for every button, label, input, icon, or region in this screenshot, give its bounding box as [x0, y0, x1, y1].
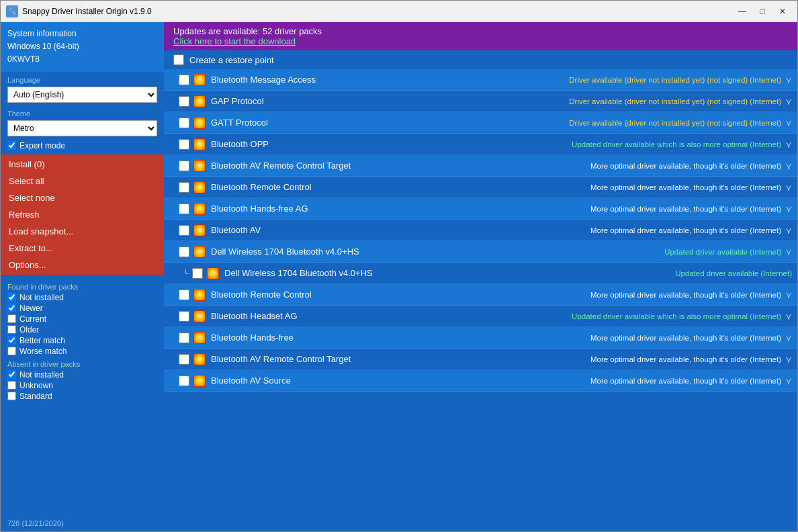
filter-newer-checkbox[interactable] [7, 304, 16, 312]
driver-row-checkbox[interactable] [179, 75, 189, 85]
filter-current-label: Current [19, 314, 46, 324]
driver-row-checkbox[interactable] [179, 96, 189, 107]
filter-not-installed[interactable]: Not installed [7, 293, 157, 302]
filter-not-installed-label: Not installed [19, 293, 64, 302]
table-row: ⚙GAP ProtocolDriver available (driver no… [164, 91, 797, 112]
driver-name: Bluetooth AV [211, 225, 590, 235]
driver-row-checkbox[interactable] [179, 290, 189, 300]
theme-dropdown[interactable]: Metro [7, 120, 157, 136]
driver-row-checkbox[interactable] [179, 247, 189, 257]
driver-name: Bluetooth Remote Control [211, 290, 590, 300]
driver-row-checkbox[interactable] [179, 139, 189, 150]
driver-row-checkbox[interactable] [179, 375, 189, 386]
filter-older[interactable]: Older [7, 325, 157, 335]
driver-icon: ⚙ [207, 267, 219, 279]
driver-status: Driver available (driver not installed y… [569, 119, 781, 127]
sidebar-footer: 728 (12/21/2020) [1, 515, 164, 531]
driver-status: Updated driver available which is also m… [572, 140, 781, 148]
actions-section: Install (0) Select all Select none Refre… [1, 154, 164, 275]
select-none-button[interactable]: Select none [1, 189, 164, 206]
expand-icon[interactable]: ⋎ [785, 204, 792, 214]
driver-name: Bluetooth Hands-free AG [211, 204, 590, 214]
theme-label: Theme [1, 105, 164, 119]
driver-status: More optimal driver available, though it… [590, 334, 781, 342]
table-row: ⚙Bluetooth Hands-freeMore optimal driver… [164, 327, 797, 349]
expand-icon[interactable]: ⋎ [785, 247, 792, 257]
sys-info-line3: 0KWVT8 [7, 53, 157, 66]
update-link[interactable]: Click here to start the download [173, 36, 788, 46]
filter-not-installed-checkbox[interactable] [7, 293, 16, 302]
filter-abs-not-installed-checkbox[interactable] [7, 370, 16, 379]
driver-row-checkbox[interactable] [179, 225, 189, 236]
driver-icon: ⚙ [193, 310, 206, 322]
filter-abs-standard[interactable]: Standard [7, 392, 157, 401]
language-dropdown[interactable]: Auto (English) [7, 87, 157, 103]
driver-status: More optimal driver available, though it… [590, 183, 781, 191]
driver-status: Updated driver available (Internet) [675, 269, 792, 277]
filter-worse-match[interactable]: Worse match [7, 347, 157, 356]
filter-older-checkbox[interactable] [7, 325, 16, 334]
table-row: ⚙Bluetooth Hands-free AGMore optimal dri… [164, 198, 797, 220]
restore-checkbox[interactable] [173, 54, 184, 65]
extract-to-button[interactable]: Extract to... [1, 240, 164, 257]
expand-icon[interactable]: ⋎ [785, 375, 792, 386]
expand-icon[interactable]: ⋎ [785, 225, 792, 236]
driver-icon: ⚙ [193, 289, 206, 301]
filter-abs-standard-checkbox[interactable] [7, 392, 16, 400]
driver-name: Bluetooth Message Access [211, 75, 569, 85]
driver-name: GAP Protocol [211, 96, 569, 106]
filter-worse-match-checkbox[interactable] [7, 347, 16, 355]
filter-abs-unknown[interactable]: Unknown [7, 381, 157, 390]
expand-icon[interactable]: ⋎ [785, 332, 792, 343]
refresh-button[interactable]: Refresh [1, 206, 164, 223]
load-snapshot-button[interactable]: Load snapshot... [1, 223, 164, 240]
expand-icon[interactable]: ⋎ [785, 354, 792, 365]
expand-icon[interactable]: ⋎ [785, 161, 792, 171]
driver-icon: ⚙ [193, 375, 206, 387]
expand-icon[interactable]: ⋎ [785, 118, 792, 128]
install-button[interactable]: Install (0) [1, 156, 164, 173]
expand-icon[interactable]: ⋎ [785, 96, 792, 107]
driver-row-checkbox[interactable] [192, 268, 203, 279]
filter-newer[interactable]: Newer [7, 304, 157, 313]
driver-name: Bluetooth Remote Control [211, 182, 590, 192]
driver-name: Bluetooth AV Remote Control Target [211, 354, 590, 364]
driver-list[interactable]: ⚙Bluetooth Message AccessDriver availabl… [164, 69, 797, 531]
expand-icon[interactable]: ⋎ [785, 182, 792, 193]
table-row: ⚙Bluetooth AVMore optimal driver availab… [164, 220, 797, 241]
driver-row-checkbox[interactable] [179, 204, 189, 214]
filter-current[interactable]: Current [7, 314, 157, 324]
filter-current-checkbox[interactable] [7, 314, 16, 323]
expand-icon[interactable]: ⋎ [785, 75, 792, 85]
driver-row-checkbox[interactable] [179, 332, 189, 343]
filters-section: Found in driver packs Not installed Newe… [1, 275, 164, 515]
driver-name: Dell Wireless 1704 Bluetooth v4.0+HS [224, 268, 675, 278]
language-label: Language [1, 72, 164, 85]
filter-better-match[interactable]: Better match [7, 336, 157, 345]
driver-row-checkbox[interactable] [179, 182, 189, 193]
filter-abs-not-installed[interactable]: Not installed [7, 370, 157, 380]
maximize-button[interactable]: □ [753, 5, 772, 18]
expand-icon[interactable]: ⋎ [785, 290, 792, 300]
minimize-button[interactable]: — [733, 5, 752, 18]
expand-icon[interactable]: ⋎ [785, 311, 792, 322]
filter-abs-unknown-checkbox[interactable] [7, 381, 16, 390]
select-all-button[interactable]: Select all [1, 173, 164, 189]
driver-icon: ⚙ [193, 95, 206, 107]
content-area: System information Windows 10 (64-bit) 0… [1, 22, 797, 531]
driver-row-checkbox[interactable] [179, 118, 189, 128]
expand-icon[interactable]: ⋎ [785, 139, 792, 150]
driver-icon: ⚙ [193, 181, 206, 193]
driver-row-checkbox[interactable] [179, 354, 189, 365]
driver-row-checkbox[interactable] [179, 161, 189, 171]
app-window: 🔧 Snappy Driver Installer Origin v1.9.0 … [0, 0, 798, 532]
driver-name: Bluetooth Hands-free [211, 332, 590, 343]
filter-better-match-checkbox[interactable] [7, 336, 16, 345]
close-button[interactable]: ✕ [773, 5, 792, 18]
expert-mode-label: Expert mode [19, 141, 65, 150]
driver-row-checkbox[interactable] [179, 311, 189, 322]
options-button[interactable]: Options... [1, 257, 164, 273]
sub-indicator: └ [183, 269, 192, 278]
expert-mode-checkbox[interactable] [7, 141, 16, 150]
found-in-packs-label: Found in driver packs [7, 283, 157, 291]
